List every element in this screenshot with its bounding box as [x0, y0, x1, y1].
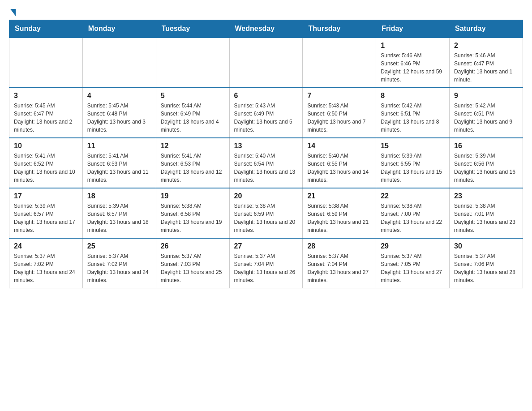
- day-number: 22: [381, 192, 445, 200]
- day-info: Sunrise: 5:44 AM Sunset: 6:49 PM Dayligh…: [161, 102, 225, 134]
- day-number: 7: [307, 92, 371, 100]
- day-number: 19: [161, 192, 225, 200]
- calendar-cell: 2Sunrise: 5:46 AM Sunset: 6:47 PM Daylig…: [450, 38, 523, 88]
- day-number: 26: [161, 242, 225, 250]
- day-number: 9: [454, 92, 518, 100]
- calendar-cell: 1Sunrise: 5:46 AM Sunset: 6:46 PM Daylig…: [376, 38, 450, 88]
- calendar-cell: 25Sunrise: 5:37 AM Sunset: 7:02 PM Dayli…: [82, 238, 156, 288]
- calendar-cell: 15Sunrise: 5:39 AM Sunset: 6:55 PM Dayli…: [376, 138, 450, 188]
- calendar-cell: [229, 38, 303, 88]
- day-number: 17: [14, 192, 78, 200]
- day-info: Sunrise: 5:42 AM Sunset: 6:51 PM Dayligh…: [454, 102, 518, 134]
- day-info: Sunrise: 5:46 AM Sunset: 6:47 PM Dayligh…: [454, 51, 518, 84]
- calendar-cell: 16Sunrise: 5:39 AM Sunset: 6:56 PM Dayli…: [450, 138, 523, 188]
- calendar-week-row: 1Sunrise: 5:46 AM Sunset: 6:46 PM Daylig…: [9, 38, 523, 88]
- day-info: Sunrise: 5:38 AM Sunset: 7:01 PM Dayligh…: [454, 202, 518, 234]
- calendar-cell: 5Sunrise: 5:44 AM Sunset: 6:49 PM Daylig…: [156, 88, 229, 138]
- calendar-cell: 28Sunrise: 5:37 AM Sunset: 7:04 PM Dayli…: [303, 238, 376, 288]
- calendar-cell: [303, 38, 376, 88]
- day-number: 27: [234, 242, 298, 250]
- weekday-header-wednesday: Wednesday: [229, 20, 303, 38]
- calendar-cell: 6Sunrise: 5:43 AM Sunset: 6:49 PM Daylig…: [229, 88, 303, 138]
- calendar-cell: 22Sunrise: 5:38 AM Sunset: 7:00 PM Dayli…: [376, 188, 450, 238]
- calendar-cell: 18Sunrise: 5:39 AM Sunset: 6:57 PM Dayli…: [82, 188, 156, 238]
- day-number: 23: [454, 192, 518, 200]
- day-info: Sunrise: 5:37 AM Sunset: 7:06 PM Dayligh…: [454, 252, 518, 284]
- calendar-cell: 24Sunrise: 5:37 AM Sunset: 7:02 PM Dayli…: [9, 238, 83, 288]
- day-info: Sunrise: 5:40 AM Sunset: 6:55 PM Dayligh…: [307, 152, 371, 184]
- day-info: Sunrise: 5:37 AM Sunset: 7:04 PM Dayligh…: [307, 252, 371, 284]
- day-info: Sunrise: 5:42 AM Sunset: 6:51 PM Dayligh…: [381, 102, 445, 134]
- calendar-cell: 30Sunrise: 5:37 AM Sunset: 7:06 PM Dayli…: [450, 238, 523, 288]
- day-info: Sunrise: 5:38 AM Sunset: 6:59 PM Dayligh…: [234, 202, 298, 234]
- day-info: Sunrise: 5:41 AM Sunset: 6:53 PM Dayligh…: [161, 152, 225, 184]
- day-number: 1: [381, 42, 445, 50]
- calendar-cell: 10Sunrise: 5:41 AM Sunset: 6:52 PM Dayli…: [9, 138, 83, 188]
- day-info: Sunrise: 5:39 AM Sunset: 6:55 PM Dayligh…: [381, 152, 445, 184]
- calendar-cell: [9, 38, 83, 88]
- calendar-cell: 3Sunrise: 5:45 AM Sunset: 6:47 PM Daylig…: [9, 88, 83, 138]
- day-info: Sunrise: 5:46 AM Sunset: 6:46 PM Dayligh…: [381, 51, 445, 84]
- calendar-cell: 19Sunrise: 5:38 AM Sunset: 6:58 PM Dayli…: [156, 188, 229, 238]
- calendar-week-row: 17Sunrise: 5:39 AM Sunset: 6:57 PM Dayli…: [9, 188, 523, 238]
- day-info: Sunrise: 5:40 AM Sunset: 6:54 PM Dayligh…: [234, 152, 298, 184]
- day-number: 14: [307, 142, 371, 150]
- calendar-cell: 7Sunrise: 5:43 AM Sunset: 6:50 PM Daylig…: [303, 88, 376, 138]
- day-info: Sunrise: 5:41 AM Sunset: 6:53 PM Dayligh…: [87, 152, 151, 184]
- calendar-cell: 20Sunrise: 5:38 AM Sunset: 6:59 PM Dayli…: [229, 188, 303, 238]
- weekday-header-thursday: Thursday: [303, 20, 376, 38]
- calendar-cell: 14Sunrise: 5:40 AM Sunset: 6:55 PM Dayli…: [303, 138, 376, 188]
- day-info: Sunrise: 5:38 AM Sunset: 6:58 PM Dayligh…: [161, 202, 225, 234]
- day-info: Sunrise: 5:37 AM Sunset: 7:02 PM Dayligh…: [14, 252, 78, 284]
- day-number: 3: [14, 92, 78, 100]
- day-info: Sunrise: 5:45 AM Sunset: 6:48 PM Dayligh…: [87, 102, 151, 134]
- day-info: Sunrise: 5:45 AM Sunset: 6:47 PM Dayligh…: [14, 102, 78, 134]
- weekday-header-row: SundayMondayTuesdayWednesdayThursdayFrid…: [9, 20, 523, 38]
- calendar-cell: 29Sunrise: 5:37 AM Sunset: 7:05 PM Dayli…: [376, 238, 450, 288]
- day-info: Sunrise: 5:37 AM Sunset: 7:05 PM Dayligh…: [381, 252, 445, 284]
- day-number: 16: [454, 142, 518, 150]
- day-number: 30: [454, 242, 518, 250]
- day-number: 24: [14, 242, 78, 250]
- logo: [9, 9, 23, 15]
- day-info: Sunrise: 5:43 AM Sunset: 6:50 PM Dayligh…: [307, 102, 371, 134]
- calendar-cell: [82, 38, 156, 88]
- day-info: Sunrise: 5:39 AM Sunset: 6:57 PM Dayligh…: [14, 202, 78, 234]
- calendar-cell: 27Sunrise: 5:37 AM Sunset: 7:04 PM Dayli…: [229, 238, 303, 288]
- day-number: 20: [234, 192, 298, 200]
- page-header: [9, 9, 523, 15]
- day-info: Sunrise: 5:41 AM Sunset: 6:52 PM Dayligh…: [14, 152, 78, 184]
- day-info: Sunrise: 5:37 AM Sunset: 7:03 PM Dayligh…: [161, 252, 225, 284]
- day-number: 29: [381, 242, 445, 250]
- day-info: Sunrise: 5:38 AM Sunset: 7:00 PM Dayligh…: [381, 202, 445, 234]
- weekday-header-friday: Friday: [376, 20, 450, 38]
- calendar-week-row: 24Sunrise: 5:37 AM Sunset: 7:02 PM Dayli…: [9, 238, 523, 288]
- day-number: 6: [234, 92, 298, 100]
- logo-text: [9, 9, 16, 18]
- calendar-cell: 11Sunrise: 5:41 AM Sunset: 6:53 PM Dayli…: [82, 138, 156, 188]
- day-number: 28: [307, 242, 371, 250]
- calendar-cell: 4Sunrise: 5:45 AM Sunset: 6:48 PM Daylig…: [82, 88, 156, 138]
- day-number: 13: [234, 142, 298, 150]
- calendar-cell: 9Sunrise: 5:42 AM Sunset: 6:51 PM Daylig…: [450, 88, 523, 138]
- day-info: Sunrise: 5:37 AM Sunset: 7:04 PM Dayligh…: [234, 252, 298, 284]
- weekday-header-tuesday: Tuesday: [156, 20, 229, 38]
- calendar-cell: 13Sunrise: 5:40 AM Sunset: 6:54 PM Dayli…: [229, 138, 303, 188]
- weekday-header-saturday: Saturday: [450, 20, 523, 38]
- calendar-cell: 17Sunrise: 5:39 AM Sunset: 6:57 PM Dayli…: [9, 188, 83, 238]
- weekday-header-monday: Monday: [82, 20, 156, 38]
- calendar-cell: 21Sunrise: 5:38 AM Sunset: 6:59 PM Dayli…: [303, 188, 376, 238]
- day-number: 25: [87, 242, 151, 250]
- day-info: Sunrise: 5:43 AM Sunset: 6:49 PM Dayligh…: [234, 102, 298, 134]
- calendar-cell: 23Sunrise: 5:38 AM Sunset: 7:01 PM Dayli…: [450, 188, 523, 238]
- day-number: 4: [87, 92, 151, 100]
- day-number: 2: [454, 42, 518, 50]
- day-number: 18: [87, 192, 151, 200]
- calendar-week-row: 3Sunrise: 5:45 AM Sunset: 6:47 PM Daylig…: [9, 88, 523, 138]
- calendar-cell: 26Sunrise: 5:37 AM Sunset: 7:03 PM Dayli…: [156, 238, 229, 288]
- weekday-header-sunday: Sunday: [9, 20, 83, 38]
- calendar-cell: [156, 38, 229, 88]
- day-number: 15: [381, 142, 445, 150]
- calendar-week-row: 10Sunrise: 5:41 AM Sunset: 6:52 PM Dayli…: [9, 138, 523, 188]
- day-number: 21: [307, 192, 371, 200]
